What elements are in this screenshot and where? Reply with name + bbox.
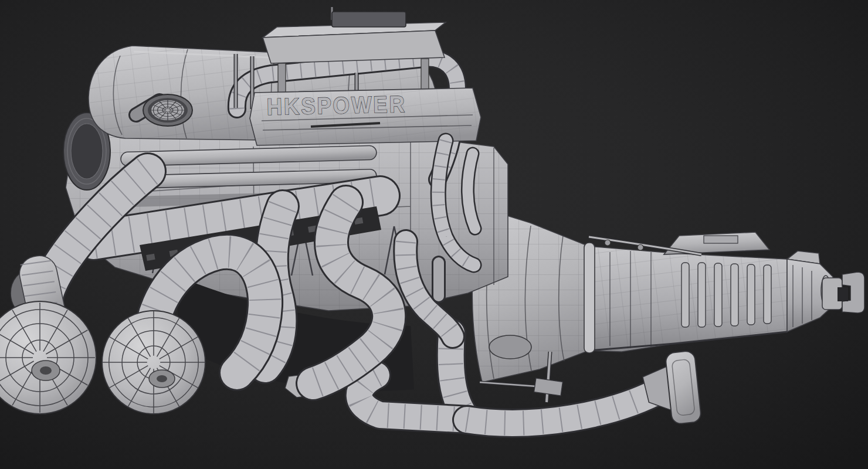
top-small-box [332, 12, 406, 27]
yoke-notch [838, 287, 848, 301]
bell-ring [584, 243, 595, 353]
render-viewport: HKSPOWER [0, 0, 868, 469]
output-yoke [821, 272, 864, 313]
oil-filler-cap [143, 94, 192, 126]
brand-text: HKSPOWER [266, 91, 406, 120]
muffler-dome-left [0, 301, 96, 414]
starter-cylinder [489, 335, 531, 359]
transmission-assembly [589, 232, 864, 352]
engine-3d-model: HKSPOWER [0, 0, 868, 469]
exhaust-flange [640, 351, 701, 427]
muffler-dome-right [102, 311, 205, 414]
